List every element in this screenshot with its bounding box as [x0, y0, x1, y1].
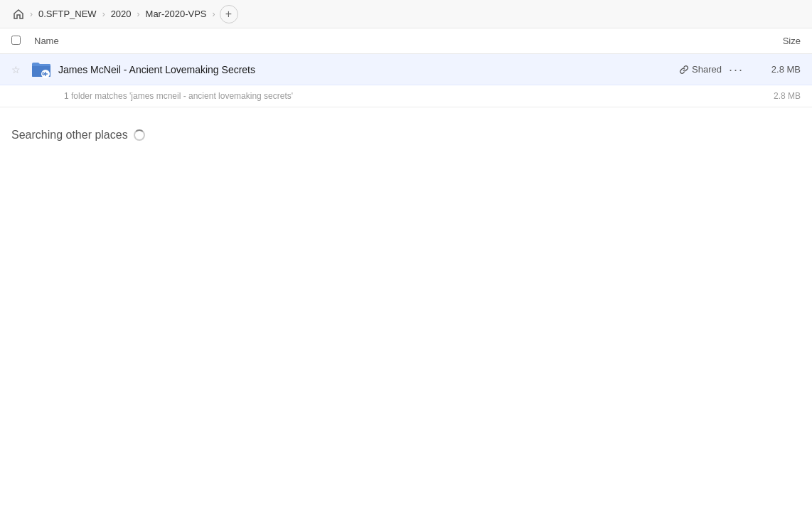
match-info-row: 1 folder matches 'james mcneil - ancient… — [0, 85, 812, 107]
column-header: Name Size — [0, 28, 812, 54]
loading-spinner — [134, 129, 145, 141]
breadcrumb-chevron-3: › — [137, 9, 140, 19]
match-size: 2.8 MB — [744, 91, 801, 101]
searching-label: Searching other places — [11, 129, 801, 142]
more-options-button[interactable]: ··· — [729, 63, 744, 76]
star-icon[interactable]: ☆ — [11, 64, 26, 75]
file-actions: Shared ··· — [679, 63, 744, 76]
home-button[interactable] — [9, 4, 28, 24]
link-icon — [679, 65, 689, 75]
shared-label: Shared — [692, 64, 722, 75]
file-size: 2.8 MB — [744, 64, 801, 75]
file-row[interactable]: ☆ James McNeil - Ancient Lovemaking Secr… — [0, 54, 812, 85]
breadcrumb-item-vps[interactable]: Mar-2020-VPS — [141, 7, 211, 21]
add-tab-button[interactable]: + — [220, 5, 238, 23]
file-name: James McNeil - Ancient Lovemaking Secret… — [58, 64, 679, 75]
searching-section: Searching other places — [0, 107, 812, 163]
shared-badge: Shared — [679, 64, 722, 75]
size-column-header: Size — [744, 36, 801, 46]
searching-text: Searching other places — [11, 129, 128, 142]
name-column-header: Name — [34, 36, 744, 46]
breadcrumb-chevron-4: › — [213, 9, 215, 19]
select-all-checkbox[interactable] — [11, 36, 28, 47]
breadcrumb-bar: › 0.SFTP_NEW › 2020 › Mar-2020-VPS › + — [0, 0, 812, 28]
match-text: 1 folder matches 'james mcneil - ancient… — [64, 91, 744, 101]
breadcrumb-item-sftp[interactable]: 0.SFTP_NEW — [34, 7, 101, 21]
breadcrumb-chevron-1: › — [30, 9, 33, 19]
breadcrumb-item-2020[interactable]: 2020 — [107, 7, 136, 21]
folder-icon — [30, 58, 53, 81]
breadcrumb-chevron-2: › — [102, 9, 105, 19]
